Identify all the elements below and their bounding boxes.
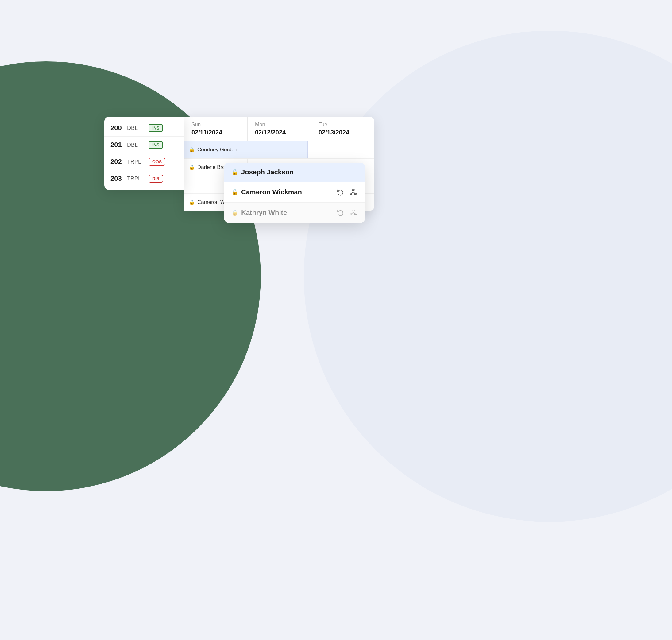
action-buttons xyxy=(336,188,358,197)
calendar-header: Sun 02/11/2024 Mon 02/12/2024 Tue 02/13/… xyxy=(184,117,374,141)
room-type: TRPL xyxy=(127,176,145,182)
room-type: DBL xyxy=(127,142,145,148)
room-type: DBL xyxy=(127,125,145,131)
day-label: Sun xyxy=(191,121,240,128)
room-row[interactable]: 202 TRPL OOS xyxy=(104,154,184,170)
room-row[interactable]: 200 DBL INS xyxy=(104,120,184,136)
lock-icon: 🔒 xyxy=(189,147,195,152)
day-label: Mon xyxy=(255,121,304,128)
calendar-cell[interactable]: 🔒 Courtney Gordon xyxy=(184,141,308,158)
calendar-col-sun: Sun 02/11/2024 xyxy=(184,117,248,141)
calendar-col-mon: Mon 02/12/2024 xyxy=(248,117,311,141)
guest-name: Joseph Jackson xyxy=(241,168,294,176)
room-number: 203 xyxy=(111,175,124,183)
calendar-cell[interactable] xyxy=(308,141,374,158)
day-label: Tue xyxy=(319,121,367,128)
lock-icon: 🔒 xyxy=(231,169,238,176)
status-badge: INS xyxy=(148,124,163,132)
date-label: 02/12/2024 xyxy=(255,129,304,136)
guest-entry: 🔒 Courtney Gordon xyxy=(189,147,237,153)
guest-name: Kathryn White xyxy=(241,209,287,217)
guest-entry: 🔒 Joseph Jackson xyxy=(231,168,294,176)
background-circle-right xyxy=(304,31,672,522)
calendar-col-tue: Tue 02/13/2024 xyxy=(311,117,374,141)
guest-entry: 🔒 Cameron Wickman xyxy=(231,188,302,196)
popup-guest-row[interactable]: 🔒 Cameron Wickman xyxy=(224,182,365,203)
lock-icon: 🔒 xyxy=(189,200,195,205)
status-badge: INS xyxy=(148,141,163,149)
calendar-row: 🔒 Courtney Gordon xyxy=(184,141,374,159)
lock-icon: 🔒 xyxy=(189,164,195,170)
status-badge: DIR xyxy=(148,175,163,183)
lock-icon: 🔒 xyxy=(231,189,238,195)
guest-name: Cameron Wickman xyxy=(241,188,302,196)
popup-guest-row[interactable]: 🔒 Joseph Jackson xyxy=(224,163,365,182)
room-type: TRPL xyxy=(127,159,145,165)
guest-popup: 🔒 Joseph Jackson 🔒 Cameron Wickman xyxy=(224,163,365,223)
lock-icon: 🔒 xyxy=(231,209,238,216)
org-button[interactable] xyxy=(349,188,358,197)
room-number: 200 xyxy=(111,124,124,132)
guest-name: Courtney Gordon xyxy=(197,147,237,153)
room-row[interactable]: 201 DBL INS xyxy=(104,136,184,154)
date-label: 02/13/2024 xyxy=(319,129,367,136)
refresh-button[interactable] xyxy=(336,208,345,217)
popup-guest-row[interactable]: 🔒 Kathryn White xyxy=(224,203,365,223)
date-label: 02/11/2024 xyxy=(191,129,240,136)
org-button[interactable] xyxy=(349,208,358,217)
room-number: 202 xyxy=(111,158,124,166)
room-list-panel: 200 DBL INS 201 DBL INS 202 TRPL OOS 203… xyxy=(104,117,184,190)
room-row[interactable]: 203 TRPL DIR xyxy=(104,170,184,187)
refresh-button[interactable] xyxy=(336,188,345,197)
action-buttons xyxy=(336,208,358,217)
room-number: 201 xyxy=(111,141,124,149)
status-badge: OOS xyxy=(148,158,165,166)
guest-entry: 🔒 Kathryn White xyxy=(231,209,287,217)
